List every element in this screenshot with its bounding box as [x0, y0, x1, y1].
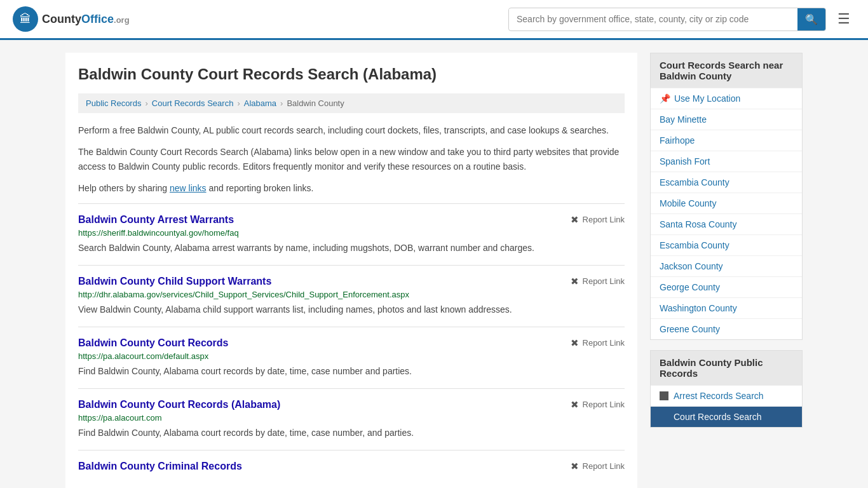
result-desc-0: Search Baldwin County, Alabama arrest wa…	[78, 241, 625, 255]
breadcrumb-court-records[interactable]: Court Records Search	[152, 98, 234, 108]
result-url-1: http://dhr.alabama.gov/services/Child_Su…	[78, 290, 625, 299]
court-records-link[interactable]: Court Records Search	[674, 412, 762, 422]
sidebar-public-records-header: Baldwin County Public Records	[651, 351, 802, 385]
result-desc-3: Find Baldwin County, Alabama court recor…	[78, 426, 625, 440]
description-1: Perform a free Baldwin County, AL public…	[78, 123, 625, 137]
report-link-2[interactable]: ✖ Report Link	[571, 337, 625, 349]
breadcrumb-alabama[interactable]: Alabama	[244, 98, 276, 108]
report-link-3[interactable]: ✖ Report Link	[571, 399, 625, 410]
result-title-2[interactable]: Baldwin County Court Records	[78, 337, 228, 349]
sidebar-nearby-header: Court Records Search near Baldwin County	[651, 53, 802, 88]
sidebar-public-records-section: Baldwin County Public Records Arrest Rec…	[650, 350, 803, 428]
search-input[interactable]	[509, 9, 797, 29]
result-item: Baldwin County Arrest Warrants ✖ Report …	[78, 203, 625, 265]
arrest-records-link[interactable]: Arrest Records Search	[674, 391, 764, 401]
result-item: Baldwin County Child Support Warrants ✖ …	[78, 265, 625, 327]
sidebar-item-escambia-1[interactable]: Escambia County	[651, 172, 802, 193]
breadcrumb-current: Baldwin County	[287, 98, 344, 108]
report-link-1[interactable]: ✖ Report Link	[571, 276, 625, 287]
result-title-1[interactable]: Baldwin County Child Support Warrants	[78, 276, 271, 287]
result-item: Baldwin County Court Records ✖ Report Li…	[78, 327, 625, 388]
use-location-link[interactable]: Use My Location	[674, 93, 740, 104]
sidebar-item-mobile[interactable]: Mobile County	[651, 193, 802, 214]
sidebar-item-jackson[interactable]: Jackson County	[651, 255, 802, 276]
sidebar: Court Records Search near Baldwin County…	[650, 53, 803, 488]
sidebar-item-washington[interactable]: Washington County	[651, 297, 802, 318]
logo-text: CountyOffice.org	[42, 13, 130, 26]
sidebar-pr-arrest[interactable]: Arrest Records Search	[651, 385, 802, 406]
sidebar-nearby-section: Court Records Search near Baldwin County…	[650, 53, 803, 340]
arrest-records-icon	[660, 391, 668, 400]
sidebar-item-escambia-2[interactable]: Escambia County	[651, 234, 802, 255]
result-title-3[interactable]: Baldwin County Court Records (Alabama)	[78, 399, 280, 410]
sidebar-item-greene[interactable]: Greene County	[651, 318, 802, 339]
search-button[interactable]: 🔍	[797, 8, 825, 30]
location-icon: 📌	[660, 93, 670, 104]
report-link-4[interactable]: ✖ Report Link	[571, 461, 625, 472]
report-icon-3: ✖	[571, 399, 579, 410]
court-records-icon	[660, 412, 668, 421]
result-item: Baldwin County Criminal Records ✖ Report…	[78, 450, 625, 485]
logo-area: 🏛 CountyOffice.org	[13, 6, 130, 32]
logo-icon: 🏛	[13, 6, 38, 32]
search-bar: 🔍	[508, 8, 826, 31]
page-title: Baldwin County Court Records Search (Ala…	[78, 65, 625, 83]
sidebar-item-santa-rosa[interactable]: Santa Rosa County	[651, 214, 802, 234]
header-right: 🔍 ☰	[508, 8, 855, 31]
report-icon-4: ✖	[571, 461, 579, 472]
sidebar-item-bay-minette[interactable]: Bay Minette	[651, 109, 802, 130]
new-links-link[interactable]: new links	[170, 183, 207, 193]
result-url-2: https://pa.alacourt.com/default.aspx	[78, 351, 625, 361]
report-icon-0: ✖	[571, 214, 579, 226]
sidebar-use-location[interactable]: 📌 Use My Location	[651, 88, 802, 109]
sidebar-pr-court[interactable]: Court Records Search	[651, 406, 802, 427]
report-icon-1: ✖	[571, 276, 579, 287]
result-item: Baldwin County Court Records (Alabama) ✖…	[78, 388, 625, 450]
sidebar-item-george[interactable]: George County	[651, 276, 802, 297]
result-title-0[interactable]: Baldwin County Arrest Warrants	[78, 214, 234, 226]
header: 🏛 CountyOffice.org 🔍 ☰	[0, 0, 868, 40]
result-title-4[interactable]: Baldwin County Criminal Records	[78, 461, 242, 472]
description-2: The Baldwin County Court Records Search …	[78, 145, 625, 173]
result-desc-1: View Baldwin County, Alabama child suppo…	[78, 303, 625, 316]
main-container: Baldwin County Court Records Search (Ala…	[53, 40, 815, 488]
report-link-0[interactable]: ✖ Report Link	[571, 214, 625, 226]
menu-button[interactable]: ☰	[832, 8, 855, 30]
content-area: Baldwin County Court Records Search (Ala…	[65, 53, 637, 488]
description-3: Help others by sharing new links and rep…	[78, 181, 625, 195]
result-url-3: https://pa.alacourt.com	[78, 413, 625, 423]
sidebar-item-spanish-fort[interactable]: Spanish Fort	[651, 151, 802, 172]
breadcrumb-public-records[interactable]: Public Records	[86, 98, 141, 108]
report-icon-2: ✖	[571, 337, 579, 349]
result-url-0: https://sheriff.baldwincountyal.gov/home…	[78, 228, 625, 238]
result-desc-2: Find Baldwin County, Alabama court recor…	[78, 365, 625, 378]
results-list: Baldwin County Arrest Warrants ✖ Report …	[78, 203, 625, 485]
sidebar-item-fairhope[interactable]: Fairhope	[651, 130, 802, 151]
breadcrumb: Public Records › Court Records Search › …	[78, 93, 625, 113]
